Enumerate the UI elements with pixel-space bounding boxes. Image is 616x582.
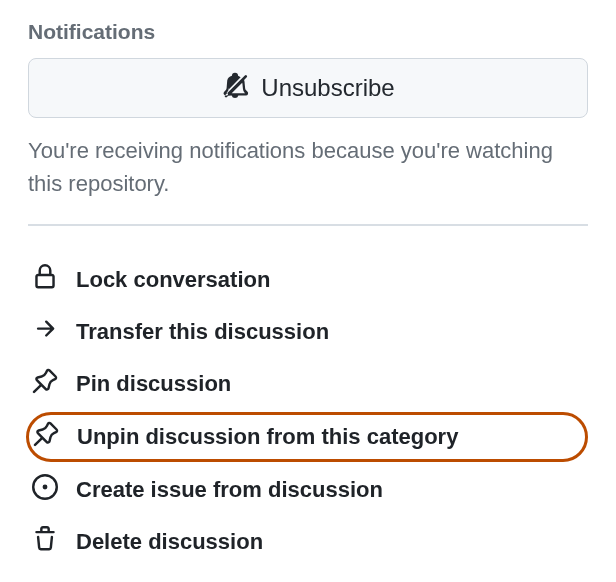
section-divider [28, 224, 588, 226]
delete-discussion-action[interactable]: Delete discussion [28, 518, 588, 566]
unpin-from-category-action[interactable]: Unpin discussion from this category [26, 412, 588, 462]
notifications-heading: Notifications [28, 20, 588, 44]
action-label: Create issue from discussion [76, 477, 383, 503]
notifications-description: You're receiving notifications because y… [28, 134, 588, 200]
action-label: Pin discussion [76, 371, 231, 397]
create-issue-action[interactable]: Create issue from discussion [28, 466, 588, 514]
transfer-discussion-action[interactable]: Transfer this discussion [28, 308, 588, 356]
issue-icon [32, 474, 58, 506]
pin-discussion-action[interactable]: Pin discussion [28, 360, 588, 408]
action-label: Lock conversation [76, 267, 270, 293]
action-label: Unpin discussion from this category [77, 424, 458, 450]
arrow-right-icon [32, 316, 58, 348]
lock-icon [32, 264, 58, 296]
trash-icon [32, 526, 58, 558]
bell-slash-icon [221, 71, 249, 105]
action-label: Transfer this discussion [76, 319, 329, 345]
notifications-section: Notifications Unsubscribe You're receivi… [28, 20, 588, 200]
unsubscribe-button-label: Unsubscribe [261, 74, 394, 102]
pin-icon [33, 421, 59, 453]
pin-icon [32, 368, 58, 400]
lock-conversation-action[interactable]: Lock conversation [28, 256, 588, 304]
action-label: Delete discussion [76, 529, 263, 555]
discussion-actions-list: Lock conversationTransfer this discussio… [28, 256, 588, 566]
unsubscribe-button[interactable]: Unsubscribe [28, 58, 588, 118]
